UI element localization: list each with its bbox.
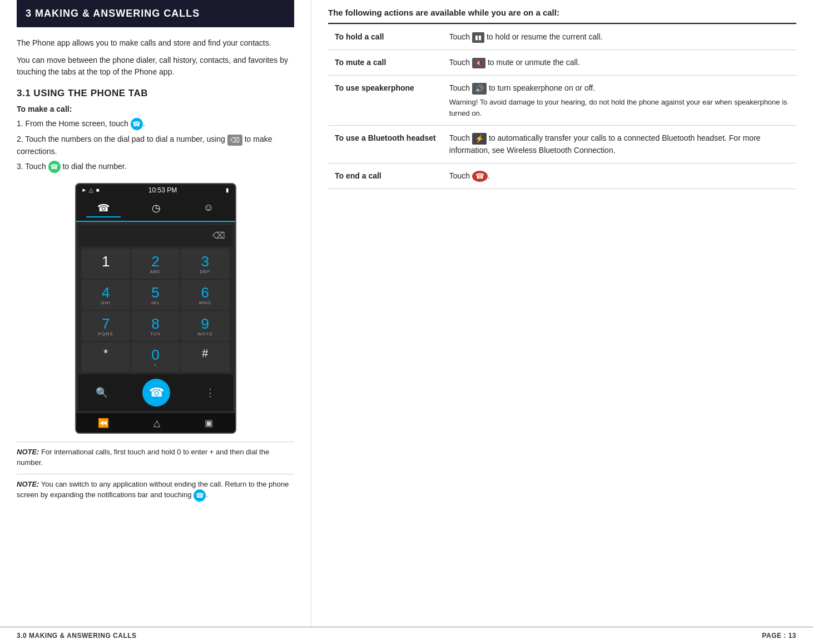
- main-content: 3 MAKING & ANSWERING CALLS The Phone app…: [0, 0, 813, 627]
- note2-label: NOTE:: [17, 480, 39, 488]
- phone-tab-contacts[interactable]: ☺: [192, 200, 225, 217]
- status-time: 10:53 PM: [148, 186, 177, 194]
- dialpad-grid: 1 2 ABC 3 DEF 4 GHI: [78, 246, 233, 374]
- key-3[interactable]: 3 DEF: [181, 249, 229, 279]
- delete-button[interactable]: ⌫: [212, 230, 225, 241]
- chapter-header: 3 MAKING & ANSWERING CALLS: [17, 0, 294, 27]
- right-column: The following actions are available whil…: [311, 0, 813, 627]
- notification-icon: ■: [96, 187, 99, 193]
- action-desc-hold: Touch ▮▮ to hold or resume the current c…: [443, 24, 796, 50]
- footer-right: PAGE : 13: [762, 632, 796, 640]
- hold-icon: ▮▮: [472, 32, 484, 43]
- action-label-mute: To mute a call: [328, 50, 443, 76]
- left-column: 3 MAKING & ANSWERING CALLS The Phone app…: [0, 0, 311, 627]
- step-3: 3. Touch ☎ to dial the number.: [17, 161, 294, 173]
- section-title: 3.1 USING THE PHONE TAB: [17, 88, 294, 99]
- action-row-speakerphone: To use speakerphone Touch 🔊 to turn spea…: [328, 76, 796, 126]
- phone-status-bar: ► △ ■ 10:53 PM ▮: [76, 184, 235, 196]
- page-container: 3 MAKING & ANSWERING CALLS The Phone app…: [0, 0, 813, 644]
- status-right-icons: ▮: [226, 187, 229, 193]
- intro-paragraph-1: The Phone app allows you to make calls a…: [17, 37, 294, 49]
- phone-tab-dialer[interactable]: ☎: [86, 200, 121, 217]
- action-desc-mute: Touch 🔇 to mute or unmute the call.: [443, 50, 796, 76]
- status-left-icons: ► △ ■: [82, 187, 100, 193]
- step-1: 1. From the Home screen, touch ☎.: [17, 118, 294, 130]
- more-button[interactable]: ⋮: [205, 387, 215, 399]
- key-9[interactable]: 9 WXYZ: [181, 311, 229, 341]
- steps-list: 1. From the Home screen, touch ☎. 2. Tou…: [17, 118, 294, 173]
- actions-table: To hold a call Touch ▮▮ to hold or resum…: [328, 24, 796, 189]
- action-row-hold: To hold a call Touch ▮▮ to hold or resum…: [328, 24, 796, 50]
- action-desc-end-call: Touch ☎.: [443, 164, 796, 189]
- action-row-end-call: To end a call Touch ☎.: [328, 164, 796, 189]
- key-7[interactable]: 7 PQRS: [82, 311, 130, 341]
- delete-icon: ⌫: [227, 135, 242, 146]
- key-1[interactable]: 1: [82, 249, 130, 279]
- note-1: NOTE: For international calls, first tou…: [17, 442, 294, 468]
- phone-screenshot: ► △ ■ 10:53 PM ▮ ☎ ◷ ☺: [75, 183, 236, 434]
- action-row-bluetooth: To use a Bluetooth headset Touch ⚡ to au…: [328, 126, 796, 164]
- phone-bottom-bar: 🔍 ☎ ⋮: [78, 374, 233, 411]
- phone-dialpad: ⌫ 1 2 ABC 3 DEF: [76, 222, 235, 413]
- action-label-hold: To hold a call: [328, 24, 443, 50]
- chapter-title: 3 MAKING & ANSWERING CALLS: [26, 8, 200, 19]
- note-2: NOTE: You can switch to any application …: [17, 474, 294, 502]
- right-header: The following actions are available whil…: [328, 0, 796, 24]
- footer: 3.0 MAKING & ANSWERING CALLS PAGE : 13: [0, 627, 813, 644]
- phone-nav-bar: ⏪ △ ▣: [76, 413, 235, 433]
- note1-text: For international calls, first touch and…: [17, 448, 269, 467]
- battery-icon: ▮: [226, 187, 229, 193]
- nav-back[interactable]: ⏪: [98, 418, 109, 428]
- note1-label: NOTE:: [17, 448, 39, 456]
- key-0[interactable]: 0 +: [131, 342, 180, 372]
- footer-left: 3.0 MAKING & ANSWERING CALLS: [17, 632, 137, 640]
- action-label-bluetooth: To use a Bluetooth headset: [328, 126, 443, 164]
- key-5[interactable]: 5 JKL: [131, 280, 180, 310]
- nav-home[interactable]: △: [153, 418, 160, 428]
- bluetooth-icon: ⚡: [472, 133, 487, 145]
- action-desc-speakerphone: Touch 🔊 to turn speakerphone on or off. …: [443, 76, 796, 126]
- search-button[interactable]: 🔍: [96, 387, 108, 399]
- phone-tabs[interactable]: ☎ ◷ ☺: [76, 196, 235, 222]
- make-call-label: To make a call:: [17, 105, 294, 113]
- intro-paragraph-2: You can move between the phone dialer, c…: [17, 55, 294, 78]
- action-desc-bluetooth: Touch ⚡ to automatically transfer your c…: [443, 126, 796, 164]
- call-button[interactable]: ☎: [142, 379, 170, 407]
- phone-tab-history[interactable]: ◷: [141, 200, 172, 217]
- action-label-speakerphone: To use speakerphone: [328, 76, 443, 126]
- key-4[interactable]: 4 GHI: [82, 280, 130, 310]
- key-star[interactable]: *: [82, 342, 130, 372]
- nav-recents[interactable]: ▣: [205, 418, 213, 428]
- wifi-icon: △: [89, 187, 93, 193]
- note2-text: You can switch to any application withou…: [17, 480, 289, 499]
- key-hash[interactable]: #: [181, 342, 229, 372]
- step-2: 2. Touch the numbers on the dial pad to …: [17, 133, 294, 157]
- key-8[interactable]: 8 TUV: [131, 311, 180, 341]
- phone-display-row: ⌫: [78, 225, 233, 246]
- action-row-mute: To mute a call Touch 🔇 to mute or unmute…: [328, 50, 796, 76]
- speaker-icon: 🔊: [472, 83, 487, 95]
- note2-phone-icon: ☎: [194, 489, 206, 502]
- key-6[interactable]: 6 MNO: [181, 280, 229, 310]
- action-label-end-call: To end a call: [328, 164, 443, 189]
- dial-icon: ☎: [48, 161, 61, 173]
- key-2[interactable]: 2 ABC: [131, 249, 180, 279]
- speakerphone-warning: Warning! To avoid damage to your hearing…: [449, 97, 790, 118]
- end-call-icon: ☎: [472, 171, 488, 182]
- mute-icon: 🔇: [472, 58, 485, 68]
- signal-icon: ►: [82, 187, 87, 193]
- home-phone-icon: ☎: [131, 118, 143, 130]
